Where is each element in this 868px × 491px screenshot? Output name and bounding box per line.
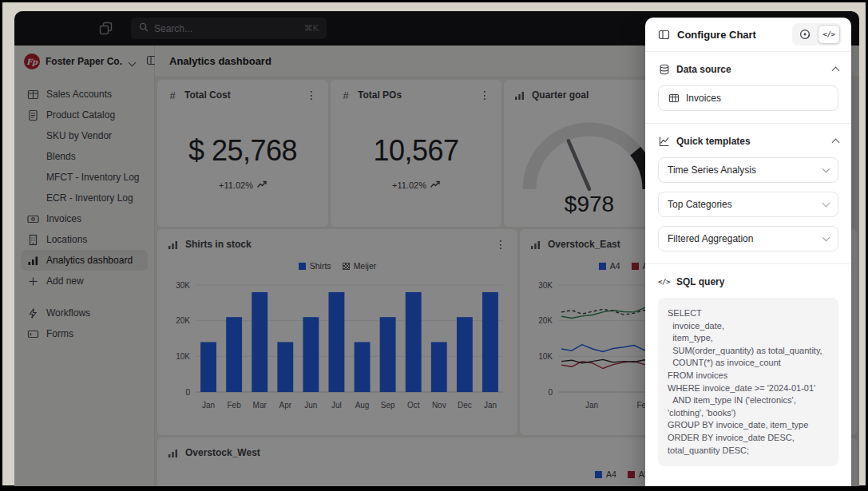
select-value: Top Categories	[668, 199, 817, 210]
chevron-up-icon	[832, 139, 840, 147]
data-source-header[interactable]: Data source	[658, 62, 838, 77]
visual-builder-button[interactable]	[794, 25, 816, 44]
quick-templates-section: Quick templates Time Series Analysis Top…	[645, 124, 851, 264]
data-source-table-button[interactable]: Invoices	[658, 85, 838, 111]
panel-layout-icon	[658, 29, 670, 41]
data-source-section: Data source Invoices	[645, 52, 851, 124]
table-icon	[668, 93, 680, 105]
chevron-down-icon	[822, 200, 830, 208]
app-window: Search... ⌘K Fp Foster Paper Co.	[14, 11, 859, 486]
sql-query-text: SELECT invoice_date, item_type, SUM(orde…	[658, 298, 838, 466]
desktop-background: Search... ⌘K Fp Foster Paper Co.	[2, 2, 866, 485]
panel-header: Configure Chart </>	[645, 18, 851, 52]
template-select-top-categories[interactable]: Top Categories	[658, 192, 838, 217]
section-label: Data source	[676, 64, 826, 75]
sql-query-header: </> SQL query	[658, 275, 838, 289]
template-select-filtered-aggregation[interactable]: Filtered Aggregation	[658, 226, 838, 251]
code-icon: </>	[823, 30, 835, 38]
sql-code-button[interactable]: </>	[818, 25, 840, 44]
configure-chart-panel: Configure Chart </>	[645, 18, 851, 486]
chevron-up-icon	[832, 67, 840, 75]
section-label: Quick templates	[676, 136, 826, 147]
sql-query-section: </> SQL query SELECT invoice_date, item_…	[645, 264, 851, 478]
section-label: SQL query	[676, 276, 838, 287]
template-select-time-series[interactable]: Time Series Analysis	[658, 157, 838, 183]
screen: Search... ⌘K Fp Foster Paper Co.	[0, 0, 868, 491]
editor-mode-toggle: </>	[792, 23, 842, 46]
panel-title: Configure Chart	[677, 29, 785, 41]
database-icon	[658, 64, 670, 76]
table-name: Invoices	[686, 93, 829, 104]
select-value: Time Series Analysis	[668, 164, 817, 176]
chevron-down-icon	[822, 234, 830, 242]
code-icon: </>	[658, 276, 670, 288]
quick-templates-header[interactable]: Quick templates	[658, 134, 838, 148]
select-value: Filtered Aggregation	[668, 233, 817, 244]
chart-line-icon	[658, 136, 670, 148]
chevron-down-icon	[822, 165, 830, 173]
